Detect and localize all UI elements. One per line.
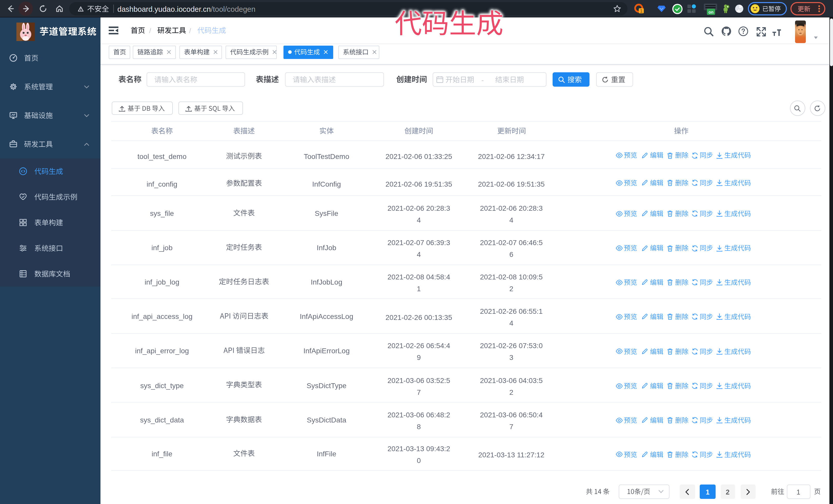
svg-text:1: 1: [640, 8, 643, 14]
svg-text:on: on: [709, 10, 714, 14]
